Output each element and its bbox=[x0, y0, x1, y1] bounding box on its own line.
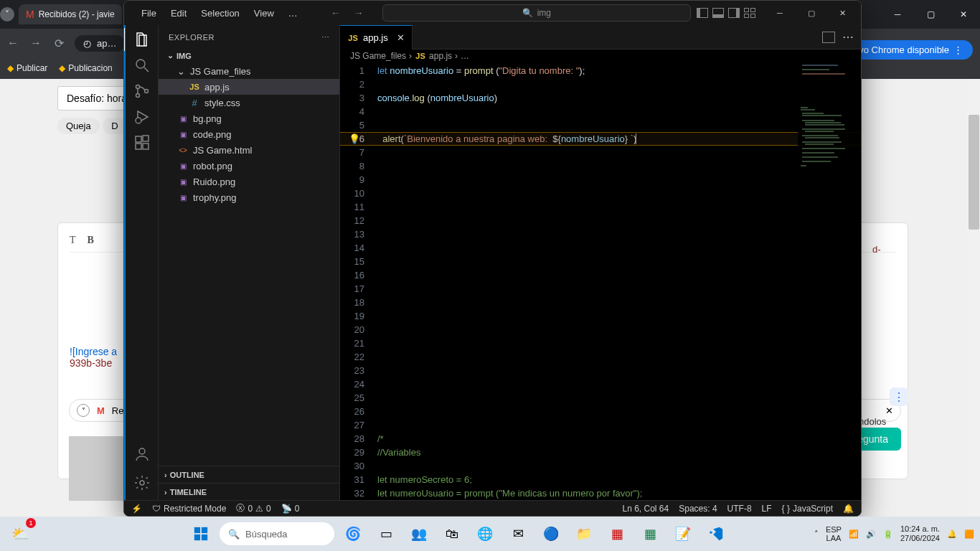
lightbulb-icon[interactable]: 💡 bbox=[349, 132, 360, 146]
editor-tab-appjs[interactable]: JS app.js ✕ bbox=[340, 25, 413, 50]
activity-account-icon[interactable] bbox=[133, 446, 151, 463]
tray-wifi-icon[interactable]: 📶 bbox=[849, 529, 859, 539]
tree-item-app-js[interactable]: JSapp.js bbox=[159, 79, 339, 95]
split-editor-icon[interactable] bbox=[822, 32, 835, 43]
breadcrumb[interactable]: JS Game_files › JS app.js › … bbox=[340, 50, 861, 62]
taskbar-copilot[interactable]: 🌀 bbox=[339, 519, 367, 548]
bookmark-publicacion[interactable]: ◆Publicacion bbox=[59, 63, 112, 73]
tray-app-icon[interactable]: 🟧 bbox=[964, 529, 974, 539]
editor-more-icon[interactable]: ⋯ bbox=[842, 30, 854, 44]
tab-close-icon[interactable]: ✕ bbox=[397, 32, 405, 43]
chrome-close[interactable]: ✕ bbox=[947, 0, 980, 29]
bookmark-publicar[interactable]: ◆Publicar bbox=[7, 63, 47, 73]
chrome-forward[interactable]: → bbox=[29, 37, 43, 50]
taskbar-edge[interactable]: 🌐 bbox=[471, 519, 499, 548]
timeline-section[interactable]: ›TIMELINE bbox=[159, 483, 339, 500]
taskbar-notes[interactable]: 📝 bbox=[669, 519, 697, 548]
start-button[interactable] bbox=[187, 519, 215, 548]
taskbar-store[interactable]: 🛍 bbox=[438, 519, 466, 548]
activity-explorer-icon[interactable] bbox=[133, 31, 151, 48]
taskbar-excel[interactable]: ▦ bbox=[636, 519, 664, 548]
tray-battery-icon[interactable]: 🔋 bbox=[883, 529, 893, 539]
root-folder[interactable]: ⌄ IMG bbox=[159, 50, 339, 62]
activity-source-control-icon[interactable] bbox=[133, 83, 151, 100]
activity-settings-icon[interactable] bbox=[133, 474, 151, 491]
taskbar-pdf[interactable]: ▦ bbox=[603, 519, 631, 548]
tray-volume-icon[interactable]: 🔊 bbox=[866, 529, 876, 539]
taskbar-weather[interactable]: ⛅ 1 bbox=[6, 519, 34, 548]
chrome-url-bar[interactable]: ◴ ap… bbox=[75, 35, 125, 52]
status-remote-icon[interactable]: ⚡ bbox=[131, 504, 142, 514]
status-eol[interactable]: LF bbox=[762, 504, 772, 514]
menu-view[interactable]: View bbox=[248, 5, 280, 22]
menu-edit[interactable]: Edit bbox=[165, 5, 192, 22]
status-restricted[interactable]: 🛡Restricted Mode bbox=[152, 504, 226, 514]
tray-language[interactable]: ESPLAA bbox=[826, 525, 842, 542]
code-editor[interactable]: 1234567891011121314151617181920212223242… bbox=[340, 62, 861, 500]
tray-chevron-icon[interactable]: ˄ bbox=[814, 529, 819, 539]
vscode-maximize[interactable]: ▢ bbox=[796, 1, 827, 25]
layout-sidebar-left-icon[interactable] bbox=[697, 8, 708, 18]
page-scrollbar[interactable] bbox=[968, 79, 980, 522]
tag-queja[interactable]: Queja bbox=[57, 118, 100, 134]
chrome-tab[interactable]: M Recibidos (2) - javie bbox=[19, 4, 122, 24]
chrome-tab-dropdown[interactable]: ˅ bbox=[0, 7, 14, 22]
vscode-command-center[interactable]: 🔍 img bbox=[382, 4, 691, 22]
status-spaces[interactable]: Spaces: 4 bbox=[679, 504, 717, 514]
taskbar-mail[interactable]: ✉ bbox=[504, 519, 532, 548]
taskbar-taskview[interactable]: ▭ bbox=[372, 519, 400, 548]
tree-item-style-css[interactable]: #style.css bbox=[159, 95, 339, 110]
nav-back[interactable]: ← bbox=[331, 7, 341, 19]
code-lines[interactable]: let nombreUsuario = prompt ("Digita tu n… bbox=[377, 62, 861, 500]
status-language[interactable]: { } JavaScript bbox=[782, 504, 833, 514]
layout-customize-icon[interactable] bbox=[744, 8, 755, 18]
status-port[interactable]: 📡0 bbox=[281, 504, 300, 514]
taskbar-chrome[interactable]: 🔵 bbox=[537, 519, 565, 548]
explorer-more-icon[interactable]: ⋯ bbox=[321, 33, 330, 42]
nav-forward[interactable]: → bbox=[354, 7, 364, 19]
tree-item-code-png[interactable]: ▣code.png bbox=[159, 126, 339, 142]
outline-section[interactable]: ›OUTLINE bbox=[159, 466, 339, 483]
chrome-maximize[interactable]: ▢ bbox=[914, 0, 947, 29]
taskbar-vscode[interactable] bbox=[702, 519, 730, 548]
taskbar-explorer[interactable]: 📁 bbox=[570, 519, 598, 548]
vscode-minimize[interactable]: ─ bbox=[764, 1, 796, 25]
breadcrumb-file[interactable]: app.js bbox=[429, 51, 452, 61]
taskbar-teams[interactable]: 👥 bbox=[405, 519, 433, 548]
tree-item-bg-png[interactable]: ▣bg.png bbox=[159, 110, 339, 126]
tree-item-ruido-png[interactable]: ▣Ruido.png bbox=[159, 174, 339, 189]
chrome-minimize[interactable]: ─ bbox=[881, 0, 914, 29]
chrome-reload[interactable]: ⟳ bbox=[52, 37, 66, 50]
layout-panel-icon[interactable] bbox=[712, 8, 724, 18]
status-lncol[interactable]: Ln 6, Col 64 bbox=[623, 504, 669, 514]
chevron-down-icon[interactable]: ˅ bbox=[77, 404, 90, 417]
vscode-close[interactable]: ✕ bbox=[827, 1, 859, 25]
activity-debug-icon[interactable] bbox=[133, 108, 151, 126]
activity-extensions-icon[interactable] bbox=[133, 134, 151, 151]
tray-notifications-icon[interactable]: 🔔 bbox=[947, 529, 957, 539]
toolbar-t[interactable]: T bbox=[70, 235, 76, 246]
toolbar-b[interactable]: B bbox=[88, 235, 94, 246]
tree-item-robot-png[interactable]: ▣robot.png bbox=[159, 158, 339, 174]
chrome-back[interactable]: ← bbox=[6, 37, 20, 50]
status-notifications-icon[interactable]: 🔔 bbox=[843, 504, 854, 514]
layout-sidebar-right-icon[interactable] bbox=[728, 8, 740, 18]
more-options-icon[interactable]: ⋮ bbox=[890, 387, 908, 406]
status-encoding[interactable]: UTF-8 bbox=[727, 504, 752, 514]
breadcrumb-folder[interactable]: JS Game_files bbox=[350, 51, 406, 61]
minimap[interactable] bbox=[798, 62, 861, 500]
tree-item-trophy-png[interactable]: ▣trophy.png bbox=[159, 189, 339, 205]
vscode-titlebar[interactable]: File Edit Selection View … ← → 🔍 img ─ ▢ bbox=[124, 1, 861, 25]
menu-more[interactable]: … bbox=[283, 5, 303, 22]
menu-selection[interactable]: Selection bbox=[195, 5, 245, 22]
reply-close[interactable]: ✕ bbox=[885, 405, 893, 416]
tray-clock[interactable]: 10:24 a. m.27/06/2024 bbox=[900, 524, 940, 543]
tree-item-js-game-files[interactable]: ⌄JS Game_files bbox=[159, 63, 339, 79]
breadcrumb-more[interactable]: … bbox=[461, 51, 469, 61]
status-problems[interactable]: ⓧ0 ⚠0 bbox=[236, 502, 270, 514]
activity-search-icon[interactable] bbox=[133, 57, 151, 74]
scrollbar-thumb[interactable] bbox=[969, 115, 979, 230]
taskbar-search[interactable]: 🔍Búsqueda bbox=[220, 522, 334, 545]
menu-file[interactable]: File bbox=[136, 5, 162, 22]
tree-item-js-game-html[interactable]: <>JS Game.html bbox=[159, 142, 339, 158]
